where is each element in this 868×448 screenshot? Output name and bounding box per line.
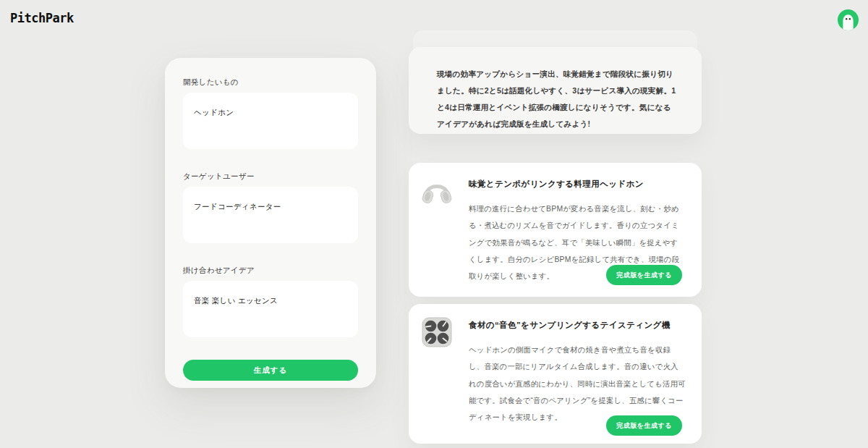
idea-card-description: ヘッドホンの側面マイクで食材の焼き音や煮立ち音を収録し、音楽の一部にリアルタイム…	[469, 342, 686, 426]
idea-card-cooking-headphones: 味覚とテンポがリンクする料理用ヘッドホン 料理の進行に合わせてBPMが変わる音楽…	[409, 163, 702, 297]
ghost-avatar-icon	[838, 9, 859, 30]
combination-idea-input[interactable]: 音楽 楽しい エッセンス	[183, 281, 358, 337]
summary-text: 現場の効率アップからショー演出、味覚錯覚まで階段状に振り切りました。特に2と5は…	[437, 66, 678, 132]
user-avatar[interactable]	[838, 9, 859, 30]
target-user-input[interactable]: フードコーディネーター	[183, 187, 358, 243]
idea-card-tasting-machine: 食材の“音色”をサンプリングするテイスティング機 ヘッドホンの側面マイクで食材の…	[409, 304, 702, 444]
control-knobs-icon	[420, 315, 454, 350]
generate-button[interactable]: 生成する	[183, 360, 358, 381]
target-user-label: ターゲットユーザー	[183, 172, 358, 182]
idea-card-title: 味覚とテンポがリンクする料理用ヘッドホン	[469, 179, 644, 190]
idea-form-card: 開発したいもの ヘッドホン ターゲットユーザー フードコーディネーター 掛け合わ…	[165, 58, 376, 388]
develop-item-input[interactable]: ヘッドホン	[183, 93, 358, 149]
combination-idea-label: 掛け合わせアイデア	[183, 266, 358, 276]
summary-card: 現場の効率アップからショー演出、味覚錯覚まで階段状に振り切りました。特に2と5は…	[409, 47, 702, 134]
generate-final-version-button[interactable]: 完成版を生成する	[606, 265, 682, 285]
develop-item-label: 開発したいもの	[183, 77, 358, 88]
headphones-icon	[420, 174, 454, 208]
generate-final-version-button[interactable]: 完成版を生成する	[606, 415, 682, 436]
idea-card-title: 食材の“音色”をサンプリングするテイスティング機	[469, 320, 671, 331]
app-logo: PitchPark	[10, 11, 74, 25]
